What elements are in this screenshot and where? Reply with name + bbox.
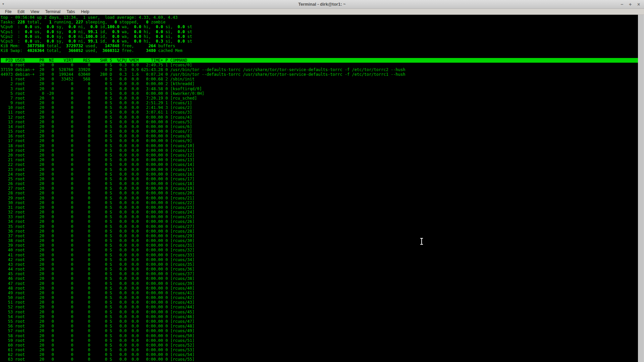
process-row: 37159 debian-+ 20 0 528760 33920 0 D 0.3… <box>1 67 638 72</box>
process-row: 56 root 20 0 0 0 0 S 0.0 0.0 0:00.00 0 [… <box>1 324 638 328</box>
process-row: 18 root 20 0 0 0 0 S 0.0 0.0 0:00.00 0 [… <box>1 143 638 148</box>
process-row: 43 root 20 0 0 0 0 S 0.0 0.0 0:00.00 0 [… <box>1 262 638 267</box>
minimize-button[interactable]: − <box>619 2 625 7</box>
process-row: 5 root 0 -20 0 0 0 S 0.0 0.0 0:00.00 0 [… <box>1 91 638 96</box>
process-row: 1 root 20 0 33452 568 0 S 0.0 0.0 0:00.6… <box>1 77 638 81</box>
process-row: 35 root 20 0 0 0 0 S 0.0 0.0 0:00.00 0 [… <box>1 224 638 229</box>
scrollbar-thumb[interactable] <box>638 15 644 362</box>
process-row: 31 root 20 0 0 0 0 S 0.0 0.0 0:00.00 0 [… <box>1 205 638 210</box>
window-title: Terminal - dirk@tor1: ~ <box>0 0 644 9</box>
process-row: 10 root 20 0 0 0 0 S 0.0 0.0 2:41.94 3 [… <box>1 105 638 110</box>
process-row: 13 root 20 0 0 0 0 S 0.0 0.0 0:00.00 0 [… <box>1 120 638 124</box>
process-row: 60 root 20 0 0 0 0 S 0.0 0.0 0:00.00 0 [… <box>1 343 638 348</box>
process-row: 49 root 20 0 0 0 0 S 0.0 0.0 0:00.00 0 [… <box>1 291 638 295</box>
process-row: 59 root 20 0 0 0 0 S 0.0 0.0 0:00.00 0 [… <box>1 338 638 343</box>
process-row: 23 root 20 0 0 0 0 S 0.0 0.0 0:00.00 0 [… <box>1 167 638 172</box>
titlebar[interactable]: ▾ Terminal - dirk@tor1: ~ − + × <box>0 0 644 9</box>
process-row: 24 root 20 0 0 0 0 S 0.0 0.0 0:00.00 0 [… <box>1 172 638 177</box>
process-row: 44973 debian-+ 20 0 199244 63040 280 D 0… <box>1 72 638 77</box>
terminal-window: ▾ Terminal - dirk@tor1: ~ − + × File Edi… <box>0 0 644 362</box>
process-row: 44 root 20 0 0 0 0 S 0.0 0.0 0:00.00 0 [… <box>1 267 638 272</box>
mouse-cursor-ibeam <box>420 238 423 245</box>
process-row: 9 root 20 0 0 0 0 S 0.0 0.0 2:51.29 1 [r… <box>1 101 638 105</box>
tasks-line: Tasks: 228 total, 1 running, 227 sleepin… <box>1 20 638 24</box>
process-row: 41 root 20 0 0 0 0 S 0.0 0.0 0:00.00 0 [… <box>1 253 638 257</box>
cpu0-line: %Cpu0 : 0.0 us, 0.0 sy, 0.0 ni, 0.0 id,1… <box>1 24 638 29</box>
menubar: File Edit View Terminal Tabs Help <box>0 9 644 15</box>
menu-file[interactable]: File <box>2 9 14 15</box>
process-table-header: PID USER PR NI VIRT RES SHR S %CPU %MEM … <box>1 58 638 63</box>
process-row: 55 root 20 0 0 0 0 S 0.0 0.0 0:00.00 0 [… <box>1 319 638 324</box>
process-row: 7 root 20 0 0 0 0 S 0.0 0.0 7:20.19 0 [r… <box>1 96 638 101</box>
menu-help[interactable]: Help <box>78 9 93 15</box>
terminal-area: top - 09:56:04 up 2 days, 13:34, 1 user,… <box>0 15 644 362</box>
window-buttons: − + × <box>619 0 641 9</box>
process-row: 20 root 20 0 0 0 0 S 0.0 0.0 0:00.00 0 [… <box>1 153 638 158</box>
cpu1-line: %Cpu1 : 0.0 us, 0.0 sy, 0.0 ni, 99.1 id,… <box>1 29 638 34</box>
process-row: 37 root 20 0 0 0 0 S 0.0 0.0 0:00.00 0 [… <box>1 234 638 238</box>
process-row: 17 root 20 0 0 0 0 S 0.0 0.0 0:00.00 0 [… <box>1 138 638 143</box>
close-button[interactable]: × <box>636 2 641 7</box>
process-row: 33 root 20 0 0 0 0 S 0.0 0.0 0:00.00 0 [… <box>1 215 638 219</box>
blank-line <box>1 53 638 58</box>
cpu2-line: %Cpu2 : 0.0 us, 0.0 sy, 0.0 ni,100.0 id,… <box>1 34 638 39</box>
process-row: 53 root 20 0 0 0 0 S 0.0 0.0 0:00.00 0 [… <box>1 310 638 314</box>
process-row: 40 root 20 0 0 0 0 S 0.0 0.0 0:00.00 0 [… <box>1 248 638 252</box>
process-row: 19 root 20 0 0 0 0 S 0.0 0.0 0:00.00 0 [… <box>1 148 638 153</box>
process-row: 34 root 20 0 0 0 0 S 0.0 0.0 0:00.00 0 [… <box>1 219 638 224</box>
process-row: 46 root 20 0 0 0 0 S 0.0 0.0 0:00.00 0 [… <box>1 276 638 281</box>
process-row: 25 root 20 0 0 0 0 S 0.0 0.0 0:00.00 0 [… <box>1 177 638 181</box>
process-row: 11 root 20 0 0 0 0 S 0.0 0.0 3:07.61 1 [… <box>1 110 638 115</box>
process-row: 2 root 20 0 0 0 0 S 0.0 0.0 0:00.00 2 [k… <box>1 81 638 86</box>
process-row: 27 root 20 0 0 0 0 S 0.0 0.0 0:00.00 0 [… <box>1 186 638 191</box>
mem-line: KiB Mem: 3877580 total, 3729732 used, 14… <box>1 44 638 48</box>
swap-line: KiB Swap: 4026364 total, 366052 used, 36… <box>1 48 638 53</box>
process-row: 52 root 20 0 0 0 0 S 0.0 0.0 0:00.00 0 [… <box>1 305 638 309</box>
menu-edit[interactable]: Edit <box>14 9 28 15</box>
process-row: 63 root 20 0 0 0 0 S 0.0 0.0 0:00.00 0 [… <box>1 357 638 362</box>
uptime-line: top - 09:56:04 up 2 days, 13:34, 1 user,… <box>1 15 638 20</box>
process-row: 21 root 20 0 0 0 0 S 0.0 0.0 0:00.00 0 [… <box>1 158 638 162</box>
process-row: 54 root 20 0 0 0 0 S 0.0 0.0 0:00.00 0 [… <box>1 314 638 319</box>
process-row: 50 root 20 0 0 0 0 S 0.0 0.0 0:00.00 0 [… <box>1 295 638 300</box>
process-row: 8 root 20 0 0 0 0 S 0.3 0.0 2:49.75 1 [r… <box>1 63 638 67</box>
process-row: 30 root 20 0 0 0 0 S 0.0 0.0 0:00.00 0 [… <box>1 200 638 205</box>
process-row: 58 root 20 0 0 0 0 S 0.0 0.0 0:00.00 0 [… <box>1 334 638 338</box>
process-row: 39 root 20 0 0 0 0 S 0.0 0.0 0:00.00 0 [… <box>1 243 638 248</box>
process-row: 57 root 20 0 0 0 0 S 0.0 0.0 0:00.00 0 [… <box>1 328 638 333</box>
process-row: 29 root 20 0 0 0 0 S 0.0 0.0 0:00.00 0 [… <box>1 196 638 200</box>
process-row: 36 root 20 0 0 0 0 S 0.0 0.0 0:00.00 0 [… <box>1 229 638 234</box>
terminal-screen[interactable]: top - 09:56:04 up 2 days, 13:34, 1 user,… <box>0 15 638 362</box>
process-row: 12 root 20 0 0 0 0 S 0.0 0.0 0:00.00 0 [… <box>1 115 638 120</box>
process-row: 28 root 20 0 0 0 0 S 0.0 0.0 0:00.00 0 [… <box>1 191 638 195</box>
process-row: 14 root 20 0 0 0 0 S 0.0 0.0 0:00.00 0 [… <box>1 124 638 129</box>
process-row: 45 root 20 0 0 0 0 S 0.0 0.0 0:00.00 0 [… <box>1 272 638 276</box>
menu-tabs[interactable]: Tabs <box>63 9 78 15</box>
process-row: 32 root 20 0 0 0 0 S 0.0 0.0 0:00.00 0 [… <box>1 210 638 215</box>
process-row: 38 root 20 0 0 0 0 S 0.0 0.0 0:00.00 0 [… <box>1 238 638 243</box>
process-row: 61 root 20 0 0 0 0 S 0.0 0.0 0:00.00 0 [… <box>1 348 638 352</box>
menu-view[interactable]: View <box>28 9 42 15</box>
process-row: 3 root 20 0 0 0 0 S 0.0 0.0 3:48.58 0 [k… <box>1 86 638 91</box>
process-row: 48 root 20 0 0 0 0 S 0.0 0.0 0:00.00 0 [… <box>1 286 638 291</box>
process-row: 16 root 20 0 0 0 0 S 0.0 0.0 0:00.00 0 [… <box>1 134 638 138</box>
process-row: 47 root 20 0 0 0 0 S 0.0 0.0 0:00.00 0 [… <box>1 281 638 286</box>
process-row: 15 root 20 0 0 0 0 S 0.0 0.0 0:00.00 0 [… <box>1 129 638 134</box>
menu-terminal[interactable]: Terminal <box>42 9 63 15</box>
process-row: 51 root 20 0 0 0 0 S 0.0 0.0 0:00.00 0 [… <box>1 300 638 305</box>
process-row: 22 root 20 0 0 0 0 S 0.0 0.0 0:00.00 0 [… <box>1 162 638 167</box>
process-row: 42 root 20 0 0 0 0 S 0.0 0.0 0:00.00 0 [… <box>1 257 638 262</box>
cpu3-line: %Cpu3 : 0.0 us, 0.0 sy, 0.0 ni, 99.1 id,… <box>1 39 638 44</box>
scrollbar[interactable] <box>638 15 644 362</box>
process-row: 26 root 20 0 0 0 0 S 0.0 0.0 0:00.00 0 [… <box>1 181 638 186</box>
maximize-button[interactable]: + <box>628 2 633 7</box>
process-row: 62 root 20 0 0 0 0 S 0.0 0.0 0:00.00 0 [… <box>1 352 638 357</box>
